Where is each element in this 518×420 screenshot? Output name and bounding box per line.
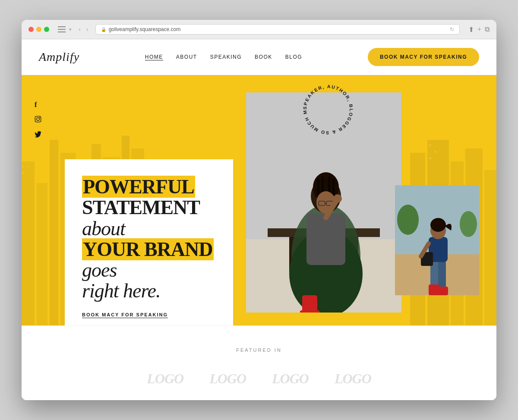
site-header: Amplify HOME ABOUT SPEAKING BOOK BLOG BO…	[22, 39, 496, 75]
url-text: goliveamplify.squarespace.com	[109, 26, 181, 32]
hero-cta-link[interactable]: BOOK MACY FOR SPEAKING	[82, 312, 168, 317]
svg-rect-18	[429, 144, 431, 146]
hero-section: f	[22, 75, 496, 325]
woman-secondary-image	[395, 185, 479, 295]
reload-icon[interactable]: ↻	[450, 26, 454, 32]
featured-logo-3: LOGO	[272, 371, 309, 387]
svg-rect-16	[22, 172, 24, 174]
instagram-icon[interactable]	[35, 116, 41, 124]
site-logo[interactable]: Amplify	[39, 50, 79, 64]
featured-section: FEATURED IN LOGO LOGO LOGO LOGO	[22, 325, 496, 400]
back-button[interactable]: ‹	[77, 25, 82, 34]
social-icons: f	[35, 101, 41, 140]
featured-logo-4: LOGO	[335, 371, 371, 387]
headline-powerful: POWERFUL	[82, 176, 195, 198]
headline-righthere: right here.	[82, 280, 161, 302]
svg-point-50	[460, 211, 477, 237]
nav-about[interactable]: ABOUT	[176, 54, 197, 60]
headline-yourbrand: YOUR BRAND goes	[82, 238, 214, 281]
headline-statement: STATEMENT about	[82, 196, 199, 239]
browser-controls: ▾	[58, 26, 72, 32]
hero-photo-secondary	[395, 185, 479, 295]
address-bar[interactable]: 🔒 goliveamplify.squarespace.com ↻	[95, 24, 460, 35]
browser-actions: ⬆ + ⧉	[468, 25, 490, 34]
nav-speaking[interactable]: SPEAKING	[210, 54, 242, 60]
share-icon[interactable]: ⬆	[468, 25, 474, 34]
svg-rect-17	[27, 166, 28, 167]
facebook-icon[interactable]: f	[35, 101, 41, 109]
svg-rect-32	[302, 295, 317, 313]
svg-rect-2	[37, 183, 47, 325]
traffic-lights	[28, 27, 49, 32]
site-nav: HOME ABOUT SPEAKING BOOK BLOG	[145, 54, 302, 60]
svg-rect-3	[50, 140, 58, 325]
sidebar-toggle-button[interactable]	[58, 26, 66, 32]
svg-point-49	[397, 205, 419, 235]
featured-label: FEATURED IN	[39, 347, 479, 353]
svg-rect-55	[437, 287, 448, 295]
nav-blog[interactable]: BLOG	[285, 54, 302, 60]
header-cta-button[interactable]: BOOK MACY FOR SPEAKING	[368, 48, 479, 66]
browser-chrome: ▾ ‹ › 🔒 goliveamplify.squarespace.com ↻ …	[22, 20, 496, 39]
svg-rect-20	[429, 157, 431, 159]
hero-headline: POWERFUL STATEMENT about YOUR BRAND goes…	[82, 177, 216, 302]
nav-book[interactable]: BOOK	[255, 54, 272, 60]
featured-logo-2: LOGO	[209, 371, 246, 387]
navigation-arrows: ‹ ›	[77, 25, 90, 34]
featured-logo-1: LOGO	[147, 371, 183, 387]
svg-rect-14	[484, 170, 496, 325]
twitter-icon[interactable]	[35, 131, 41, 140]
new-tab-icon[interactable]: +	[477, 25, 481, 34]
svg-rect-1	[22, 161, 35, 325]
svg-rect-19	[434, 151, 436, 153]
minimize-button[interactable]	[36, 27, 41, 32]
svg-rect-15	[22, 166, 24, 167]
maximize-button[interactable]	[44, 27, 49, 32]
svg-point-46	[333, 194, 342, 203]
svg-point-22	[37, 118, 40, 121]
forward-button[interactable]: ›	[84, 25, 90, 34]
svg-rect-34	[306, 213, 345, 265]
nav-home[interactable]: HOME	[145, 54, 163, 60]
tabs-overview-icon[interactable]: ⧉	[485, 25, 490, 34]
svg-rect-21	[35, 116, 41, 122]
circular-badge: SPEAKER, AUTHOR, BLOGGER & SO MUCH MORE.	[298, 79, 358, 140]
svg-text:SPEAKER, AUTHOR, BLOGGER & SO : SPEAKER, AUTHOR, BLOGGER & SO MUCH MORE.	[298, 79, 354, 136]
browser-window: ▾ ‹ › 🔒 goliveamplify.squarespace.com ↻ …	[22, 20, 496, 400]
lock-icon: 🔒	[101, 27, 106, 32]
website-content: Amplify HOME ABOUT SPEAKING BOOK BLOG BO…	[22, 39, 496, 400]
svg-point-23	[39, 117, 40, 118]
logo-row: LOGO LOGO LOGO LOGO	[39, 366, 479, 392]
close-button[interactable]	[28, 27, 34, 32]
svg-rect-33	[300, 310, 319, 313]
hero-text-box: POWERFUL STATEMENT about YOUR BRAND goes…	[65, 159, 233, 325]
svg-point-60	[430, 218, 446, 232]
